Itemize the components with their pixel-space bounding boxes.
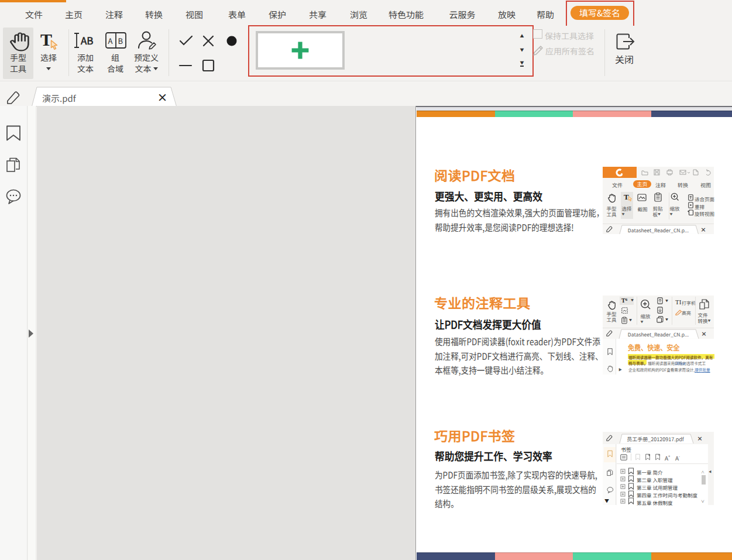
svg-text:B: B	[118, 35, 123, 46]
svg-text:A: A	[108, 35, 113, 46]
svg-text:AB: AB	[80, 33, 94, 47]
